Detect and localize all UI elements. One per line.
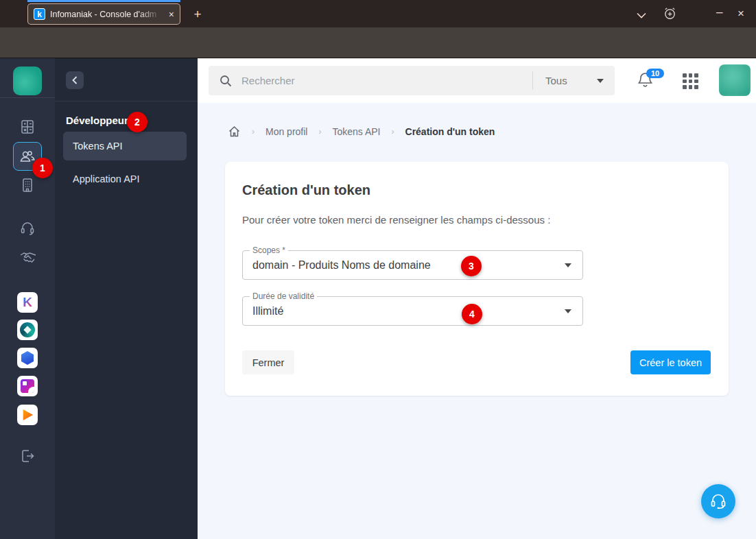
search-filter-dropdown[interactable]: Tous <box>532 71 615 90</box>
scopes-value: domain - Produits Noms de domaine <box>252 259 565 272</box>
search-input[interactable] <box>241 75 532 86</box>
support-headset-icon[interactable] <box>19 220 36 237</box>
sidebar-collapse-button[interactable] <box>66 71 84 89</box>
app-teal-disc-icon[interactable] <box>17 320 38 340</box>
app-pink-icon[interactable] <box>17 376 38 396</box>
divider <box>55 101 198 101</box>
window-minimize-button[interactable]: – <box>716 5 722 19</box>
browser-toolbar: ← → ↻ https://manager.infomaniak.com/v3/… <box>0 27 756 58</box>
annotation-badge-3: 3 <box>461 256 482 276</box>
breadcrumb-item-profile[interactable]: Mon profil <box>265 126 307 137</box>
headset-icon <box>709 492 728 511</box>
annotation-badge-4: 4 <box>462 304 482 324</box>
tab-list-chevron-icon[interactable] <box>637 9 646 21</box>
apps-grid-icon[interactable] <box>683 73 698 89</box>
partner-handshake-icon[interactable] <box>19 249 36 265</box>
app-kdrive-icon[interactable]: K <box>17 292 38 313</box>
chevron-down-icon <box>565 309 571 313</box>
validity-value: Illimité <box>252 305 565 318</box>
workspace-logo[interactable] <box>13 67 42 95</box>
top-header: Tous 10 <box>198 58 756 103</box>
section-sidebar: Développeur Tokens API Application API <box>55 58 198 539</box>
products-calculator-icon[interactable] <box>19 119 36 135</box>
breadcrumb-item-current: Création d'un token <box>405 126 495 137</box>
tab-title: Infomaniak - Console d'adm <box>50 10 164 19</box>
tab-close-icon[interactable]: × <box>169 10 174 19</box>
annotation-badge-2: 2 <box>127 112 147 132</box>
search-bar[interactable]: Tous <box>209 66 615 95</box>
home-icon[interactable] <box>228 125 241 138</box>
card-title: Création d'un token <box>242 182 370 198</box>
validity-label: Durée de validité <box>250 291 317 301</box>
sidebar-section-title: Développeur <box>66 115 128 126</box>
chevron-down-icon <box>597 79 604 83</box>
breadcrumb-separator: › <box>252 127 255 136</box>
create-token-button[interactable]: Créer le token <box>630 350 711 374</box>
chevron-down-icon <box>565 263 571 267</box>
sidebar-item-application-api[interactable]: Application API <box>73 173 140 184</box>
card-intro-text: Pour créer votre token merci de renseign… <box>242 214 550 226</box>
validity-select[interactable]: Durée de validité Illimité <box>242 296 583 326</box>
browser-tab[interactable]: k Infomaniak - Console d'adm × <box>27 3 180 25</box>
notifications-button[interactable]: 10 <box>637 71 654 92</box>
search-icon <box>220 75 232 87</box>
main-area: Tous 10 › Mon profil › Tokens A <box>198 58 756 539</box>
alarm-clock-icon[interactable] <box>663 6 677 23</box>
browser-titlebar: k Infomaniak - Console d'adm × + – × <box>0 0 756 27</box>
scopes-label: Scopes * <box>250 245 288 255</box>
app-blue-cube-icon[interactable] <box>17 348 38 368</box>
infomaniak-favicon: k <box>34 8 45 20</box>
annotation-badge-1: 1 <box>32 158 53 178</box>
active-tab-accent <box>27 0 180 2</box>
app-rail: K <box>0 58 55 539</box>
breadcrumb-separator: › <box>392 127 394 136</box>
organization-building-icon[interactable] <box>19 177 36 193</box>
avatar[interactable] <box>719 64 751 96</box>
breadcrumb: › Mon profil › Tokens API › Création d'u… <box>228 125 495 138</box>
breadcrumb-separator: › <box>318 127 321 136</box>
sidebar-item-tokens-api[interactable]: Tokens API <box>63 132 187 160</box>
logout-icon[interactable] <box>19 448 36 464</box>
close-button[interactable]: Fermer <box>242 350 294 374</box>
new-tab-button[interactable]: + <box>189 6 206 23</box>
divider <box>0 97 55 98</box>
app-player-icon[interactable] <box>17 405 38 425</box>
support-fab[interactable] <box>701 484 735 518</box>
notification-count-badge: 10 <box>646 69 664 78</box>
scopes-select[interactable]: Scopes * domain - Produits Noms de domai… <box>242 250 583 280</box>
token-creation-card: Création d'un token Pour créer votre tok… <box>225 162 729 396</box>
window-close-button[interactable]: × <box>737 7 744 21</box>
breadcrumb-item-tokens[interactable]: Tokens API <box>332 126 380 137</box>
